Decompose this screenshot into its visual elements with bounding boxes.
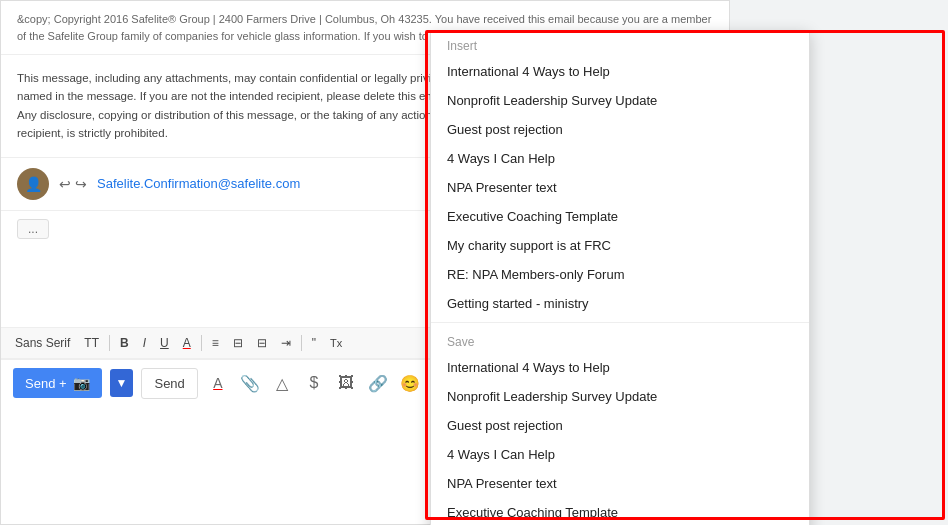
- save-item-3[interactable]: Guest post rejection: [431, 411, 809, 440]
- link-icon[interactable]: 🔗: [366, 371, 390, 395]
- insert-item-6[interactable]: Executive Coaching Template: [431, 202, 809, 231]
- insert-item-7[interactable]: My charity support is at FRC: [431, 231, 809, 260]
- insert-item-2[interactable]: Nonprofit Leadership Survey Update: [431, 86, 809, 115]
- bold-button[interactable]: B: [116, 334, 133, 352]
- dollar-icon[interactable]: $: [302, 371, 326, 395]
- italic-button[interactable]: I: [139, 334, 150, 352]
- emoji-icon[interactable]: 😊: [398, 371, 422, 395]
- insert-item-4[interactable]: 4 Ways I Can Help: [431, 144, 809, 173]
- bullet-list-button[interactable]: ⊟: [253, 334, 271, 352]
- num-list-button[interactable]: ⊟: [229, 334, 247, 352]
- save-item-1[interactable]: International 4 Ways to Help: [431, 353, 809, 382]
- section-divider: [431, 322, 809, 323]
- font-color-button[interactable]: A: [179, 334, 195, 352]
- attach-icon[interactable]: 📎: [238, 371, 262, 395]
- insert-section-header: Insert: [431, 31, 809, 57]
- insert-item-3[interactable]: Guest post rejection: [431, 115, 809, 144]
- font-selector[interactable]: Sans Serif: [11, 334, 74, 352]
- font-size-icon[interactable]: TT: [80, 334, 103, 352]
- insert-item-5[interactable]: NPA Presenter text: [431, 173, 809, 202]
- toolbar-divider-2: [201, 335, 202, 351]
- text-color-icon[interactable]: A: [206, 371, 230, 395]
- insert-item-8[interactable]: RE: NPA Members-only Forum: [431, 260, 809, 289]
- send-dropdown-arrow[interactable]: ▼: [110, 369, 134, 397]
- image-icon[interactable]: 🖼: [334, 371, 358, 395]
- align-button[interactable]: ≡: [208, 334, 223, 352]
- avatar: 👤: [17, 168, 49, 200]
- insert-item-1[interactable]: International 4 Ways to Help: [431, 57, 809, 86]
- toolbar-divider-1: [109, 335, 110, 351]
- save-item-2[interactable]: Nonprofit Leadership Survey Update: [431, 382, 809, 411]
- save-item-5[interactable]: NPA Presenter text: [431, 469, 809, 498]
- save-item-4[interactable]: 4 Ways I Can Help: [431, 440, 809, 469]
- save-item-6[interactable]: Executive Coaching Template: [431, 498, 809, 525]
- send-plus-button[interactable]: Send + 📷: [13, 368, 102, 398]
- drive-icon[interactable]: △: [270, 371, 294, 395]
- blockquote-button[interactable]: ": [308, 334, 320, 352]
- save-section-header: Save: [431, 327, 809, 353]
- insert-item-9[interactable]: Getting started - ministry: [431, 289, 809, 318]
- clear-format-button[interactable]: Tx: [326, 335, 346, 351]
- reply-email: Safelite.Confirmation@safelite.com: [97, 176, 300, 191]
- underline-button[interactable]: U: [156, 334, 173, 352]
- send-button[interactable]: Send: [141, 368, 197, 399]
- ellipsis-button[interactable]: ...: [17, 219, 49, 239]
- indent-button[interactable]: ⇥: [277, 334, 295, 352]
- toolbar-divider-3: [301, 335, 302, 351]
- reply-arrows[interactable]: ↩ ↪: [59, 176, 87, 192]
- canned-responses-dropdown: Insert International 4 Ways to Help Nonp…: [430, 30, 810, 525]
